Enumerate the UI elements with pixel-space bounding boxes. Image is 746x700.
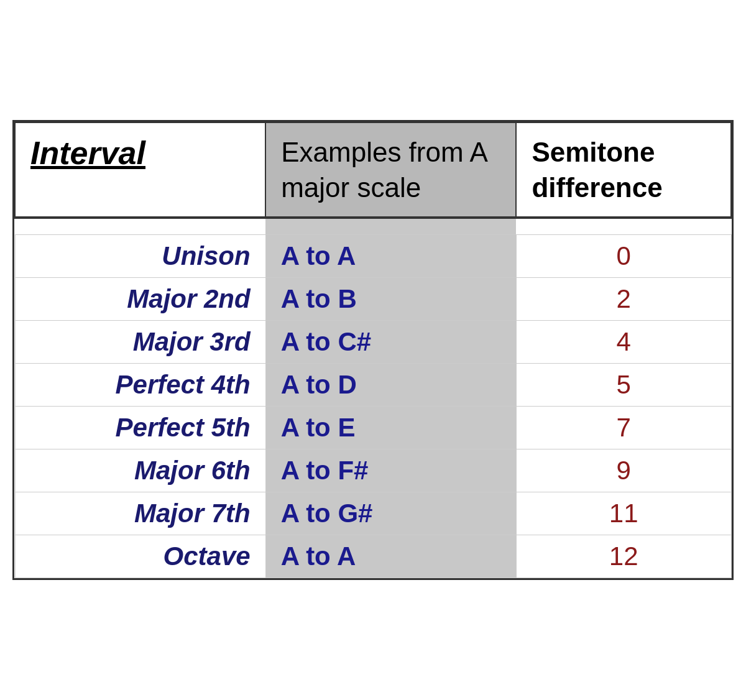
cell-semitone-6: 11: [516, 492, 731, 535]
table-row: Major 7thA to G#11: [15, 492, 731, 535]
cell-semitone-2: 4: [516, 321, 731, 364]
header-semitone: Semitone difference: [516, 122, 731, 218]
cell-semitone-7: 12: [516, 535, 731, 578]
music-intervals-table: Interval Examples from A major scale Sem…: [12, 120, 734, 581]
cell-example-7: A to A: [265, 535, 516, 578]
cell-interval-3: Perfect 4th: [15, 364, 265, 407]
cell-example-6: A to G#: [265, 492, 516, 535]
header-examples: Examples from A major scale: [265, 122, 516, 218]
cell-example-1: A to B: [265, 278, 516, 321]
cell-interval-2: Major 3rd: [15, 321, 265, 364]
cell-example-0: A to A: [265, 235, 516, 278]
cell-interval-6: Major 7th: [15, 492, 265, 535]
header-interval: Interval: [15, 122, 265, 218]
cell-example-5: A to F#: [265, 449, 516, 492]
table-row: Perfect 4thA to D5: [15, 364, 731, 407]
cell-interval-4: Perfect 5th: [15, 407, 265, 449]
table-row: OctaveA to A12: [15, 535, 731, 578]
table-row: Major 6thA to F#9: [15, 449, 731, 492]
cell-example-2: A to C#: [265, 321, 516, 364]
cell-semitone-0: 0: [516, 235, 731, 278]
cell-example-3: A to D: [265, 364, 516, 407]
cell-interval-7: Octave: [15, 535, 265, 578]
cell-example-4: A to E: [265, 407, 516, 449]
cell-interval-5: Major 6th: [15, 449, 265, 492]
cell-interval-1: Major 2nd: [15, 278, 265, 321]
table-row: Perfect 5thA to E7: [15, 407, 731, 449]
cell-semitone-1: 2: [516, 278, 731, 321]
cell-semitone-3: 5: [516, 364, 731, 407]
cell-semitone-5: 9: [516, 449, 731, 492]
table-row: Major 2ndA to B2: [15, 278, 731, 321]
table-row: Major 3rdA to C#4: [15, 321, 731, 364]
table-row: UnisonA to A0: [15, 235, 731, 278]
cell-interval-0: Unison: [15, 235, 265, 278]
cell-semitone-4: 7: [516, 407, 731, 449]
